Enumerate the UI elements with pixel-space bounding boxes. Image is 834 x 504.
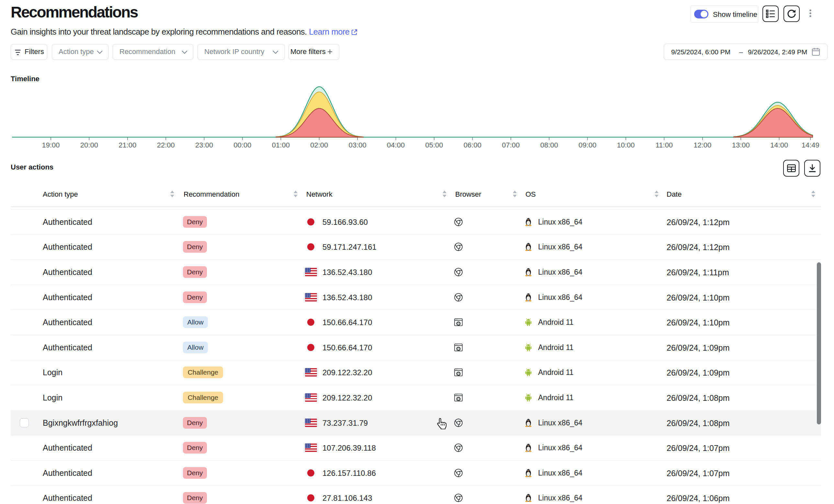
svg-text:21:00: 21:00	[118, 141, 136, 149]
svg-text:05:00: 05:00	[425, 141, 443, 149]
svg-text:06:00: 06:00	[464, 141, 481, 149]
svg-text:02:00: 02:00	[310, 141, 328, 149]
svg-text:13:00: 13:00	[732, 141, 750, 149]
svg-text:09:00: 09:00	[578, 141, 596, 149]
svg-text:14:49: 14:49	[802, 141, 819, 149]
svg-text:19:00: 19:00	[42, 141, 60, 149]
svg-text:11:00: 11:00	[656, 141, 673, 149]
svg-text:03:00: 03:00	[349, 141, 367, 149]
svg-text:04:00: 04:00	[387, 141, 405, 149]
svg-text:20:00: 20:00	[80, 141, 98, 149]
svg-text:00:00: 00:00	[234, 141, 251, 149]
svg-text:14:00: 14:00	[770, 141, 788, 149]
svg-text:10:00: 10:00	[617, 141, 635, 149]
svg-text:23:00: 23:00	[195, 141, 213, 149]
svg-text:08:00: 08:00	[540, 141, 558, 149]
svg-text:12:00: 12:00	[694, 141, 711, 149]
svg-text:07:00: 07:00	[502, 141, 520, 149]
svg-text:01:00: 01:00	[272, 141, 290, 149]
svg-text:22:00: 22:00	[157, 141, 175, 149]
